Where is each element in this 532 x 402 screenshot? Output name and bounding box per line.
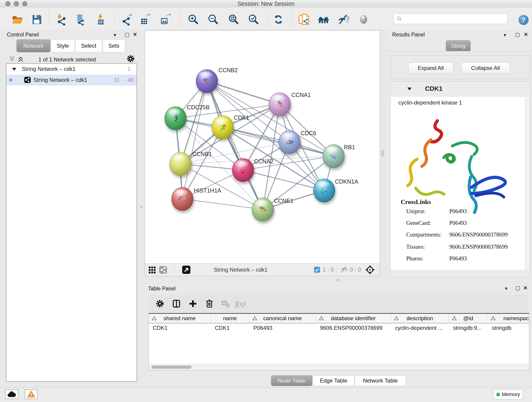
function-builder-icon[interactable]: f(x): [235, 299, 245, 308]
zoom-out-icon[interactable]: [207, 13, 220, 26]
show-columns-icon[interactable]: [172, 299, 181, 308]
panel-menu-icon[interactable]: ▾: [114, 32, 116, 38]
panel-close-icon[interactable]: ✕: [524, 32, 528, 37]
panel-float-icon[interactable]: ▢: [515, 286, 520, 291]
node-label-CDC25B: CDC25B: [187, 104, 210, 110]
zoom-fit-icon[interactable]: [227, 13, 240, 26]
delete-table-icon[interactable]: [221, 299, 230, 308]
grid-view-icon[interactable]: [149, 267, 156, 275]
graph-node-CDK1[interactable]: CDK1: [212, 114, 249, 139]
column-header[interactable]: description: [391, 314, 449, 323]
search-box: [394, 13, 507, 24]
collapse-all-networks-icon[interactable]: [9, 56, 15, 64]
crosslink-compartments-link[interactable]: 9606.ENSP00000378699: [449, 231, 508, 238]
table-settings-gear-icon[interactable]: [155, 299, 165, 308]
panel-close-icon[interactable]: ✕: [133, 32, 137, 37]
column-header[interactable]: name: [211, 314, 249, 323]
network-options-gear-icon[interactable]: [127, 55, 135, 64]
tab-edge-table[interactable]: Edge Table: [313, 375, 355, 386]
control-panel: Control Panel ▾ ▢ ✕ Network Style Select…: [2, 30, 144, 386]
tab-style[interactable]: Style: [51, 39, 75, 52]
crosslink-genecard-link[interactable]: P06493: [449, 220, 467, 226]
results-scrollbar[interactable]: [525, 96, 530, 270]
import-network-icon[interactable]: [55, 13, 68, 26]
tab-network[interactable]: Network: [17, 39, 51, 52]
graph-node-RB1[interactable]: RB1: [323, 144, 355, 168]
selection-status: 1 of 1 Network selected: [29, 56, 105, 63]
graph-node-HIST1H1A[interactable]: HIST1H1A: [172, 187, 221, 211]
crosslink-tissues-link[interactable]: 9606.ENSP00000378699: [449, 244, 508, 250]
tab-network-table[interactable]: Network Table: [355, 375, 406, 386]
section-collapse-icon[interactable]: [407, 88, 412, 90]
crosslink-label: Pharos:: [406, 255, 423, 262]
network-node-count: 11: [114, 77, 120, 83]
panel-close-icon[interactable]: ✕: [523, 286, 527, 291]
network-row-selected[interactable]: String Network – cdk1 11 48: [6, 75, 137, 85]
node-label-CCNB2: CCNB2: [218, 67, 238, 73]
birds-eye-view-icon[interactable]: [182, 266, 190, 275]
apply-layout-icon[interactable]: [272, 13, 285, 26]
show-all-icon[interactable]: [357, 13, 370, 26]
horizontal-splitter-handle[interactable]: [336, 279, 339, 281]
memory-button[interactable]: Memory: [494, 389, 523, 400]
left-splitter-handle[interactable]: [140, 206, 143, 208]
new-network-from-selection-icon[interactable]: [298, 13, 310, 26]
first-neighbors-icon[interactable]: [317, 13, 330, 26]
export-image-icon[interactable]: [159, 13, 172, 26]
panel-menu-icon[interactable]: ▾: [504, 32, 506, 38]
import-network-database-icon[interactable]: [75, 13, 87, 26]
network-share-icon[interactable]: [159, 266, 167, 275]
node-label-CDK1: CDK1: [234, 114, 249, 121]
import-table-icon[interactable]: [95, 13, 108, 26]
table-horizontal-scrollbar[interactable]: [149, 364, 529, 370]
crosslink-label: GeneCard:: [406, 220, 431, 226]
export-table-icon[interactable]: [138, 13, 151, 26]
column-header[interactable]: database identifier: [316, 314, 391, 323]
column-header[interactable]: @id: [449, 314, 488, 323]
table-row[interactable]: CDK1 CDK1 P06493 9606.ENSP00000378699 cy…: [149, 323, 529, 332]
crosshair-icon[interactable]: [365, 265, 375, 276]
column-header[interactable]: namespace: [488, 314, 529, 323]
network-canvas[interactable]: CCNB2CCNA1CDC25BCDK1CDC6RB1CCNB1CCNA2CDK…: [145, 30, 380, 276]
tab-node-table[interactable]: Node Table: [271, 375, 312, 386]
delete-column-trash-icon[interactable]: [205, 299, 214, 308]
collection-label: String Network – cdk1: [22, 66, 76, 72]
toolbar-separator: [174, 265, 175, 274]
network-collection-row[interactable]: String Network – cdk1 1: [6, 64, 137, 75]
node-label-CCNB1: CCNB1: [192, 151, 212, 157]
expand-all-button[interactable]: Expand All: [408, 62, 453, 74]
panel-menu-icon[interactable]: ▾: [505, 286, 507, 291]
node-section-header[interactable]: CDK1: [391, 82, 530, 96]
vertical-splitter-handle[interactable]: [381, 150, 384, 157]
window-title: Session: New Session: [0, 0, 532, 7]
tab-select[interactable]: Select: [75, 39, 102, 52]
zoom-selected-icon[interactable]: [247, 13, 260, 26]
scrollbar-thumb[interactable]: [152, 366, 191, 369]
search-input[interactable]: [404, 15, 505, 23]
help-icon[interactable]: ?: [517, 13, 530, 27]
table-panel: Table Panel ▾ ▢ ✕ f(x) shared name: [145, 282, 532, 386]
panel-float-icon[interactable]: ▢: [125, 32, 129, 37]
tab-sets[interactable]: Sets: [103, 39, 125, 52]
zoom-in-icon[interactable]: [187, 13, 200, 26]
selected-checkbox-icon[interactable]: [314, 267, 320, 274]
column-header[interactable]: canonical name: [249, 314, 316, 323]
hide-selected-icon[interactable]: [337, 13, 350, 26]
panel-float-icon[interactable]: ▢: [515, 32, 520, 37]
save-session-icon[interactable]: [30, 13, 43, 26]
crosslink-uniprot-link[interactable]: P06493: [449, 208, 467, 215]
crosslink-pharos-link[interactable]: P06493: [449, 255, 467, 262]
column-header[interactable]: shared name: [149, 314, 211, 323]
cloud-button[interactable]: [5, 389, 18, 399]
create-column-icon[interactable]: [188, 299, 197, 308]
collapse-all-button[interactable]: Collapse All: [461, 62, 510, 74]
tab-string[interactable]: String: [446, 40, 471, 51]
results-node-box: CDK1 cyclin-dependent kinase 1 CrossLink…: [390, 81, 530, 277]
toolbar-separator: [291, 10, 291, 27]
expand-all-networks-icon[interactable]: [17, 56, 24, 64]
collection-expand-icon[interactable]: [12, 68, 16, 70]
export-network-icon[interactable]: [120, 13, 133, 26]
warnings-button[interactable]: [25, 389, 38, 399]
network-graph[interactable]: CCNB2CCNA1CDC25BCDK1CDC6RB1CCNB1CCNA2CDK…: [145, 31, 380, 263]
open-session-icon[interactable]: [11, 13, 24, 26]
